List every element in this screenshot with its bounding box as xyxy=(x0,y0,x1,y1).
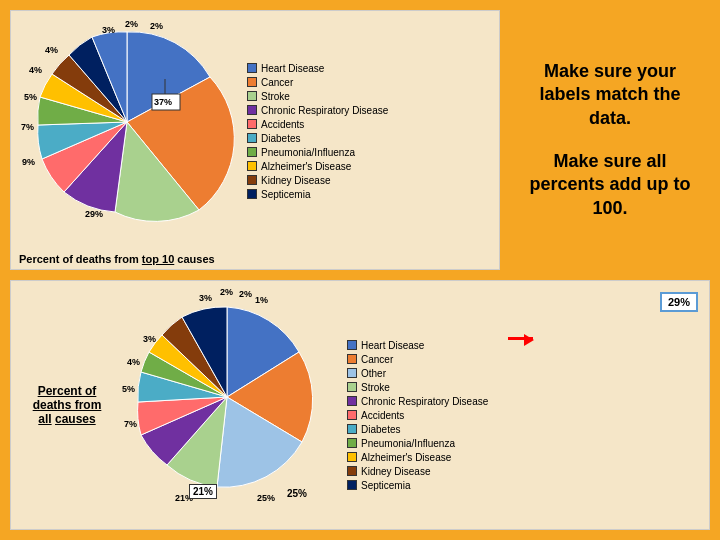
legend-b-label-heart: Heart Disease xyxy=(361,340,424,351)
svg-text:1%: 1% xyxy=(255,295,268,305)
bottom-panel: Percent of deaths from all causes xyxy=(10,280,710,530)
legend-label-kidney: Kidney Disease xyxy=(261,175,330,186)
footer-end: causes xyxy=(174,253,214,265)
legend-color-kidney xyxy=(247,175,257,185)
top-legend: Heart Disease Cancer Stroke Chronic Resp… xyxy=(237,17,388,245)
bottom-label-line3: causes xyxy=(55,412,96,426)
legend-item-alzheimers: Alzheimer's Disease xyxy=(247,161,388,172)
info-box: Make sure your labels match the data. Ma… xyxy=(510,10,710,270)
svg-text:2%: 2% xyxy=(239,289,252,299)
legend-label-alzheimers: Alzheimer's Disease xyxy=(261,161,351,172)
legend-b-color-diabetes xyxy=(347,424,357,434)
svg-text:25%: 25% xyxy=(257,493,275,503)
arrow-indicator xyxy=(508,337,533,340)
legend-color-pneumonia xyxy=(247,147,257,157)
legend-color-diabetes xyxy=(247,133,257,143)
legend-item-septicemia: Septicemia xyxy=(247,189,388,200)
legend-color-stroke xyxy=(247,91,257,101)
legend-color-cancer xyxy=(247,77,257,87)
svg-text:2%: 2% xyxy=(125,19,138,29)
svg-text:9%: 9% xyxy=(22,157,35,167)
svg-text:7%: 7% xyxy=(124,419,137,429)
svg-text:5%: 5% xyxy=(24,92,37,102)
legend-b-label-alzheimers: Alzheimer's Disease xyxy=(361,452,451,463)
legend-b-label-stroke: Stroke xyxy=(361,382,390,393)
legend-b-color-kidney xyxy=(347,466,357,476)
legend-b-color-septicemia xyxy=(347,480,357,490)
legend-item-chronic: Chronic Respiratory Disease xyxy=(247,105,388,116)
legend-label-pneumonia: Pneumonia/Influenza xyxy=(261,147,355,158)
legend-color-accidents xyxy=(247,119,257,129)
legend-b-color-heart xyxy=(347,340,357,350)
svg-text:3%: 3% xyxy=(199,293,212,303)
legend-b-label-chronic: Chronic Respiratory Disease xyxy=(361,396,488,407)
top-chart-area: 3% 2% 2% 4% 4% 5% 7% 9% 29% 37% Heart Di… xyxy=(11,11,499,251)
legend-color-chronic xyxy=(247,105,257,115)
legend-item-accidents: Accidents xyxy=(247,119,388,130)
legend-b-chronic: Chronic Respiratory Disease xyxy=(347,396,703,407)
legend-b-diabetes: Diabetes xyxy=(347,424,703,435)
bottom-25pct-label: 25% xyxy=(287,488,307,499)
bottom-right-area: 29% Heart Disease Cancer Other Stro xyxy=(337,287,703,523)
svg-text:37%: 37% xyxy=(154,97,172,107)
svg-text:29%: 29% xyxy=(85,209,103,219)
footer-text: Percent of deaths from xyxy=(19,253,142,265)
svg-text:2%: 2% xyxy=(150,21,163,31)
legend-b-label-diabetes: Diabetes xyxy=(361,424,400,435)
svg-text:4%: 4% xyxy=(127,357,140,367)
legend-label-septicemia: Septicemia xyxy=(261,189,310,200)
legend-b-cancer: Cancer xyxy=(347,354,703,365)
legend-b-label-septicemia: Septicemia xyxy=(361,480,410,491)
legend-label-chronic: Chronic Respiratory Disease xyxy=(261,105,388,116)
legend-b-color-stroke xyxy=(347,382,357,392)
legend-label-accidents: Accidents xyxy=(261,119,304,130)
bottom-label-line2: deaths from xyxy=(33,398,102,412)
bottom-label-line1: Percent of xyxy=(38,384,97,398)
legend-label-heart: Heart Disease xyxy=(261,63,324,74)
legend-color-septicemia xyxy=(247,189,257,199)
legend-b-color-cancer xyxy=(347,354,357,364)
legend-b-label-accidents: Accidents xyxy=(361,410,404,421)
legend-label-cancer: Cancer xyxy=(261,77,293,88)
svg-text:4%: 4% xyxy=(29,65,42,75)
legend-b-accidents: Accidents xyxy=(347,410,703,421)
legend-b-color-alzheimers xyxy=(347,452,357,462)
legend-b-color-pneumonia xyxy=(347,438,357,448)
legend-item-cancer: Cancer xyxy=(247,77,388,88)
legend-item-kidney: Kidney Disease xyxy=(247,175,388,186)
bottom-label-underline: all xyxy=(38,412,51,426)
legend-b-kidney: Kidney Disease xyxy=(347,466,703,477)
legend-b-alzheimers: Alzheimer's Disease xyxy=(347,452,703,463)
svg-text:2%: 2% xyxy=(220,287,233,297)
legend-item-stroke: Stroke xyxy=(247,91,388,102)
legend-item-diabetes: Diabetes xyxy=(247,133,388,144)
legend-b-label-other: Other xyxy=(361,368,386,379)
legend-label-diabetes: Diabetes xyxy=(261,133,300,144)
callout-29pct: 29% xyxy=(660,292,698,312)
legend-b-color-other xyxy=(347,368,357,378)
bottom-pie-container: 3% 2% 2% 1% 3% 4% 5% 7% 21% 25% 21% 25% xyxy=(117,287,337,517)
top-panel: 3% 2% 2% 4% 4% 5% 7% 9% 29% 37% Heart Di… xyxy=(10,10,500,270)
bottom-legend: Heart Disease Cancer Other Stroke Chroni… xyxy=(337,340,703,491)
legend-color-alzheimers xyxy=(247,161,257,171)
svg-text:3%: 3% xyxy=(143,334,156,344)
svg-text:7%: 7% xyxy=(21,122,34,132)
legend-b-label-kidney: Kidney Disease xyxy=(361,466,430,477)
legend-item-heart: Heart Disease xyxy=(247,63,388,74)
legend-b-label-pneumonia: Pneumonia/Influenza xyxy=(361,438,455,449)
svg-text:5%: 5% xyxy=(122,384,135,394)
legend-b-pneumonia: Pneumonia/Influenza xyxy=(347,438,703,449)
top-chart-footer: Percent of deaths from top 10 causes xyxy=(11,251,499,269)
legend-b-label-cancer: Cancer xyxy=(361,354,393,365)
legend-label-stroke: Stroke xyxy=(261,91,290,102)
bottom-21pct-label: 21% xyxy=(189,484,217,499)
legend-color-heart xyxy=(247,63,257,73)
legend-b-color-accidents xyxy=(347,410,357,420)
bottom-label: Percent of deaths from all causes xyxy=(17,287,117,523)
svg-text:3%: 3% xyxy=(102,25,115,35)
legend-b-color-chronic xyxy=(347,396,357,406)
top-pie-container: 3% 2% 2% 4% 4% 5% 7% 9% 29% 37% xyxy=(17,17,237,227)
top10-link[interactable]: top 10 xyxy=(142,253,174,265)
info-text-1: Make sure your labels match the data. xyxy=(520,60,700,130)
legend-b-other: Other xyxy=(347,368,703,379)
